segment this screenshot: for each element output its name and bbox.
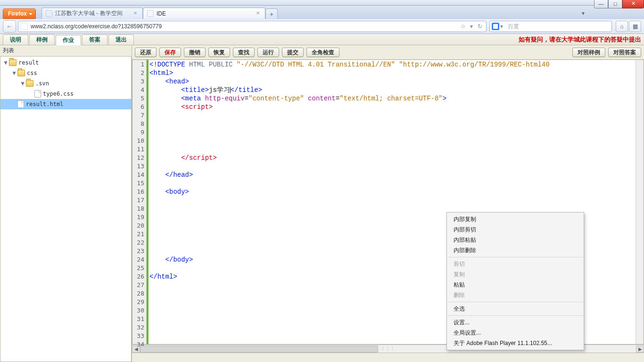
url-dropdown-icon[interactable]: ▾ — [467, 23, 476, 30]
tree-twisty-icon[interactable]: ▼ — [12, 70, 17, 76]
toolbar-button[interactable]: 提交 — [282, 48, 304, 57]
scroll-thumb[interactable] — [140, 346, 378, 353]
window-maximize-button[interactable]: □ — [608, 0, 622, 8]
scroll-right-button[interactable]: ▶ — [636, 346, 644, 353]
tab-favicon — [147, 10, 154, 17]
context-menu-item: 复制 — [447, 269, 584, 280]
page-tab[interactable]: 答案 — [82, 34, 107, 45]
context-menu-item[interactable]: 内部复制 — [447, 214, 584, 224]
search-box[interactable]: ▾ 百度 — [489, 21, 612, 32]
toolbar-button[interactable]: 撤销 — [184, 48, 206, 57]
context-menu-item[interactable]: 全选 — [447, 304, 584, 314]
toolbar-button[interactable]: 恢复 — [208, 48, 230, 57]
context-menu-item: 剪切 — [447, 259, 584, 269]
sidebar: 列表 ▼result▼css▼.svntype6.cssresult.html — [0, 45, 132, 362]
workspace: 列表 ▼result▼css▼.svntype6.cssresult.html … — [0, 45, 644, 362]
tree-label: result.html — [26, 101, 63, 107]
bookmark-star-icon[interactable]: ☆ — [459, 23, 467, 30]
window-controls: — □ ✕ — [594, 0, 644, 8]
code-line[interactable] — [149, 128, 636, 137]
code-line[interactable]: <body> — [149, 188, 636, 196]
tree-file[interactable]: type6.css — [0, 89, 131, 99]
toolbar-button[interactable]: 对照样例 — [572, 48, 605, 57]
editor-toolbar: 还原保存撤销恢复查找运行提交全角检查 对照样例对照答案 — [132, 45, 644, 59]
context-menu-item[interactable]: 设置... — [447, 317, 584, 328]
page-tab[interactable]: 作业 — [56, 35, 81, 45]
page-tab[interactable]: 样例 — [29, 34, 55, 45]
toolbar-button[interactable]: 运行 — [257, 48, 279, 57]
code-line[interactable] — [149, 179, 636, 188]
context-menu-item[interactable]: 关于 Adobe Flash Player 11.1.102.55... — [447, 338, 584, 348]
url-text: www2.nclass.org/code/exercise.do?1328596… — [31, 23, 459, 30]
search-engine-dropdown-icon[interactable]: ▾ — [500, 23, 506, 30]
code-line[interactable] — [149, 111, 636, 120]
code-line[interactable] — [149, 145, 636, 154]
code-line[interactable]: <html> — [149, 69, 636, 77]
editor-gutter: 1234567891011121314151617181920212223242… — [132, 60, 147, 344]
tab-close-icon[interactable]: × — [132, 10, 139, 17]
editor-vertical-scrollbar[interactable] — [636, 60, 644, 344]
context-menu-item[interactable]: 内部粘贴 — [447, 235, 584, 245]
tree-label: type6.css — [43, 90, 74, 97]
file-icon — [34, 90, 41, 98]
toolbar-button[interactable]: 全角检查 — [306, 48, 339, 57]
tree-folder[interactable]: ▼css — [0, 68, 131, 78]
status-bar — [132, 353, 644, 362]
context-menu-item: 删除 — [447, 290, 584, 300]
back-button[interactable]: ← — [3, 20, 16, 33]
code-line[interactable]: <meta http-equiv="content-type" content=… — [149, 94, 636, 103]
firefox-tabstrip: Firefox 江苏数字大学城 - 教学空间×IDE× + ▾ — [0, 6, 644, 19]
new-tab-button[interactable]: + — [265, 8, 278, 19]
context-menu-item[interactable]: 内部剪切 — [447, 224, 584, 235]
code-line[interactable]: <head> — [149, 77, 636, 86]
tabs-overflow-button[interactable]: ▾ — [579, 9, 587, 17]
toolbar-button[interactable]: 保存 — [159, 48, 181, 57]
browser-tab[interactable]: 江苏数字大学城 - 教学空间× — [41, 8, 143, 19]
code-line[interactable]: </script> — [149, 154, 636, 162]
search-engine-icon[interactable] — [492, 23, 499, 30]
context-menu[interactable]: 内部复制内部剪切内部粘贴内部删除剪切复制粘贴删除全选设置...全局设置...关于… — [446, 212, 584, 350]
tab-close-icon[interactable]: × — [255, 10, 261, 17]
bookmarks-button[interactable]: ▦ — [629, 21, 641, 32]
context-menu-item[interactable]: 粘贴 — [447, 280, 584, 290]
code-line[interactable] — [149, 162, 636, 171]
tree-folder[interactable]: ▼.svn — [0, 78, 131, 89]
code-line[interactable]: <!DOCTYPE HTML PUBLIC "-//W3C//DTD HTML … — [149, 60, 636, 69]
tree-label: css — [27, 70, 37, 76]
window-minimize-button[interactable]: — — [594, 0, 608, 8]
toolbar-button[interactable]: 查找 — [233, 48, 255, 57]
code-line[interactable]: </head> — [149, 171, 636, 179]
site-favicon — [20, 23, 28, 30]
page-tab[interactable]: 说明 — [3, 34, 28, 45]
file-tree[interactable]: ▼result▼css▼.svntype6.cssresult.html — [0, 56, 132, 362]
sidebar-title: 列表 — [0, 45, 132, 56]
code-line[interactable] — [149, 137, 636, 145]
os-titlebar: — □ ✕ — [0, 0, 644, 6]
home-button[interactable]: ⌂ — [616, 21, 628, 32]
address-bar[interactable]: www2.nclass.org/code/exercise.do?1328596… — [18, 21, 487, 32]
context-menu-item[interactable]: 全局设置... — [447, 328, 584, 338]
browser-tab[interactable]: IDE× — [143, 8, 265, 19]
reload-icon[interactable]: ↻ — [476, 23, 484, 30]
firefox-menu-button[interactable]: Firefox — [3, 8, 36, 19]
context-menu-item[interactable]: 内部删除 — [447, 245, 584, 255]
scroll-grip-icon: ⋮⋮⋮ — [381, 346, 395, 351]
folder-icon — [17, 70, 25, 76]
toolbar-button[interactable]: 还原 — [135, 48, 157, 57]
tree-file[interactable]: result.html — [0, 99, 131, 109]
code-line[interactable]: <script> — [149, 103, 636, 111]
window-close-button[interactable]: ✕ — [622, 0, 644, 8]
folder-icon — [9, 59, 17, 66]
code-line[interactable]: <title>js学习</title> — [149, 86, 636, 94]
page-notice: 如有疑问，请在大学城此课程下的答疑中提出 — [519, 34, 641, 45]
tree-twisty-icon[interactable]: ▼ — [20, 80, 25, 87]
code-line[interactable] — [149, 196, 636, 205]
tab-title: IDE — [157, 10, 166, 17]
page-tab[interactable]: 退出 — [108, 34, 134, 45]
tree-twisty-icon[interactable]: ▼ — [3, 59, 8, 66]
code-editor[interactable]: 1234567891011121314151617181920212223242… — [132, 59, 644, 345]
context-menu-separator — [447, 257, 583, 257]
toolbar-button[interactable]: 对照答案 — [608, 48, 641, 57]
code-line[interactable] — [149, 120, 636, 128]
tree-folder[interactable]: ▼result — [0, 58, 131, 68]
